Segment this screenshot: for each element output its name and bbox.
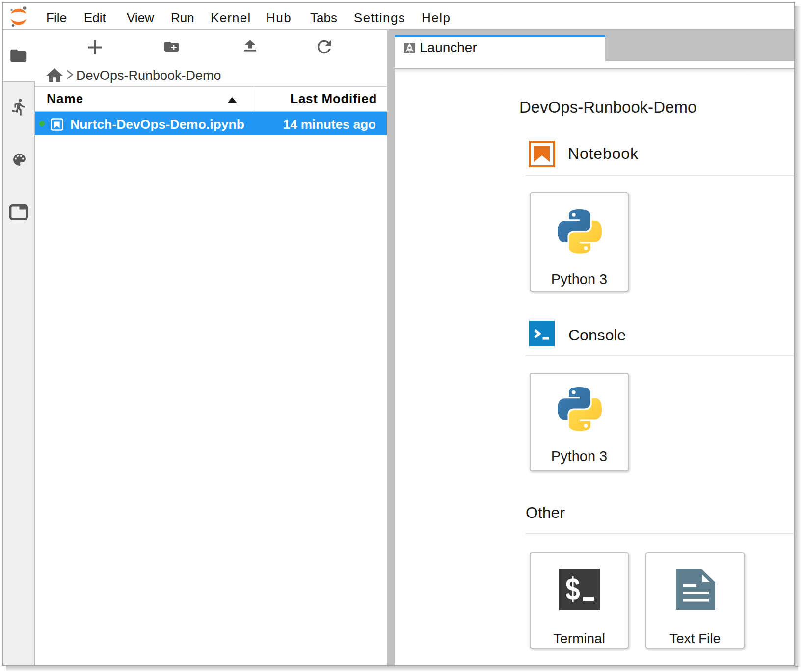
svg-text:$: $ — [565, 571, 580, 607]
